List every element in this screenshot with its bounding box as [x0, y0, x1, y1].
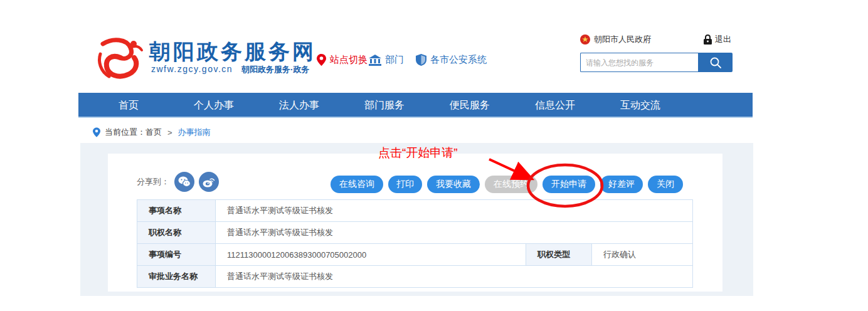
breadcrumb-prefix: 当前位置：首页: [105, 127, 162, 138]
departments-link[interactable]: 部门: [369, 54, 404, 66]
search-icon: [709, 56, 722, 69]
nav-item-personal[interactable]: 个人办事: [171, 93, 257, 118]
page: 朝阳政务服务网 zwfw.zgcy.gov.cn朝阳政务服务·政务 站点切换 部…: [0, 0, 868, 311]
share-weibo-button[interactable]: [199, 172, 219, 192]
service-info-table: 事项名称 普通话水平测试等级证书核发 职权名称 普通话水平测试等级证书核发 事项…: [137, 199, 693, 288]
row-label: 事项编号: [137, 244, 216, 266]
nav-item-legal-person[interactable]: 法人办事: [257, 93, 342, 118]
nav-item-interaction[interactable]: 互动交流: [598, 93, 683, 118]
weibo-icon: [203, 176, 215, 187]
logout-button[interactable]: 退出: [704, 34, 731, 45]
rating-button[interactable]: 好差评: [600, 176, 643, 193]
gov-site-link[interactable]: 朝阳市人民政府: [580, 34, 651, 45]
site-slogan: 朝阳政务服务·政务: [241, 65, 309, 74]
breadcrumb-separator: >: [167, 128, 172, 137]
table-row: 事项名称 普通话水平测试等级证书核发: [137, 200, 693, 222]
shield-icon: [416, 54, 426, 66]
online-reservation-button: 在线预约: [485, 176, 537, 193]
search-button[interactable]: [698, 53, 733, 72]
main-nav: 首页 个人办事 法人办事 部门服务 便民服务 信息公开 互动交流: [78, 93, 753, 118]
nav-item-convenience-services[interactable]: 便民服务: [427, 93, 512, 118]
public-security-label: 各市公安系统: [430, 54, 487, 66]
site-domain: zwfw.zgcy.gov.cn: [151, 64, 233, 74]
site-switch-link[interactable]: 站点切换: [317, 54, 368, 66]
table-row: 职权名称 普通话水平测试等级证书核发: [137, 222, 693, 244]
breadcrumb-pin-icon: [93, 127, 100, 137]
breadcrumb: 当前位置：首页 > 办事指南: [93, 127, 211, 138]
share-row: 分享到：: [137, 172, 223, 192]
row-value: 普通话水平测试等级证书核发: [216, 200, 693, 222]
wechat-icon: [178, 176, 191, 187]
table-row: 事项编号 1121130000120063893000705002000 职权类…: [137, 244, 693, 266]
breadcrumb-current-link[interactable]: 办事指南: [178, 127, 211, 138]
share-label: 分享到：: [137, 176, 169, 187]
site-logo-dragon-icon: [94, 35, 146, 83]
row-label: 事项名称: [137, 200, 216, 222]
site-subtitle: zwfw.zgcy.gov.cn朝阳政务服务·政务: [151, 64, 309, 75]
print-button[interactable]: 打印: [388, 176, 422, 193]
share-wechat-button[interactable]: [174, 172, 194, 192]
lock-icon: [704, 34, 712, 45]
site-title: 朝阳政务服务网: [149, 38, 316, 66]
annotation-text: 点击“开始申请”: [378, 145, 458, 161]
bank-icon: [369, 55, 381, 66]
public-security-link[interactable]: 各市公安系统: [416, 54, 487, 66]
search-bar: [580, 53, 733, 72]
table-row: 审批业务名称 普通话水平测试等级证书核发: [137, 266, 693, 288]
online-consult-button[interactable]: 在线咨询: [331, 176, 383, 193]
site-switch-label: 站点切换: [330, 54, 368, 66]
gov-site-label: 朝阳市人民政府: [594, 34, 651, 45]
breadcrumb-home-link[interactable]: 首页: [146, 127, 162, 137]
row-label: 审批业务名称: [137, 266, 216, 288]
national-emblem-icon: [580, 34, 590, 45]
nav-item-home[interactable]: 首页: [86, 93, 171, 118]
row-label: 职权名称: [137, 222, 216, 244]
row-value: 普通话水平测试等级证书核发: [216, 266, 693, 288]
nav-item-department-services[interactable]: 部门服务: [342, 93, 427, 118]
start-application-button[interactable]: 开始申请: [542, 176, 595, 193]
departments-label: 部门: [385, 54, 404, 66]
favorite-button[interactable]: 我要收藏: [427, 176, 480, 193]
row-label: 职权类型: [526, 244, 592, 266]
row-value: 1121130000120063893000705002000: [216, 244, 526, 266]
location-pin-icon: [317, 54, 326, 66]
logout-label: 退出: [715, 34, 731, 45]
row-value: 普通话水平测试等级证书核发: [216, 222, 693, 244]
search-input[interactable]: [580, 53, 698, 72]
close-button[interactable]: 关闭: [648, 176, 683, 193]
nav-item-info-disclosure[interactable]: 信息公开: [512, 93, 598, 118]
row-value: 行政确认: [592, 244, 693, 266]
